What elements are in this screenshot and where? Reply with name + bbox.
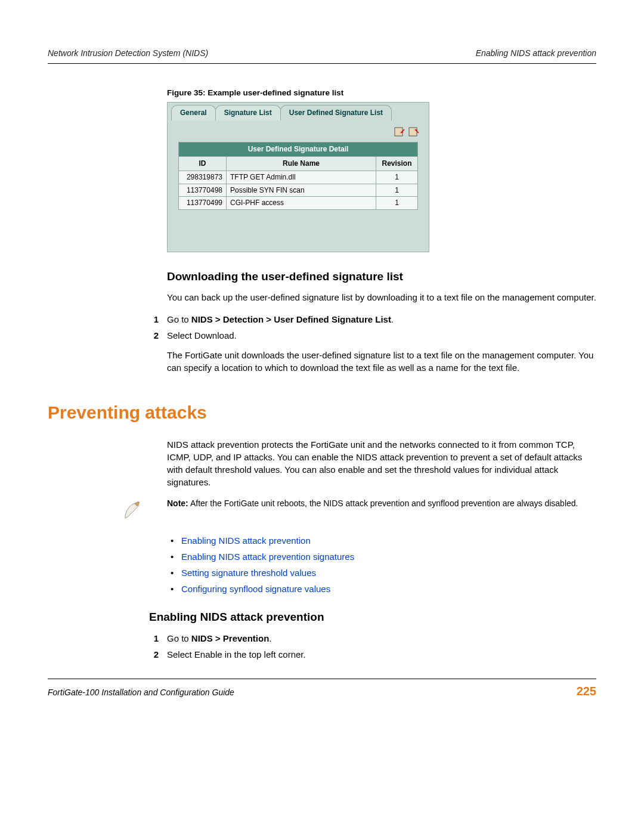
col-revision: Revision <box>376 157 418 171</box>
step-text: Go to NIDS > Detection > User Defined Si… <box>167 313 596 326</box>
tab-bar: General Signature List User Defined Sign… <box>168 103 429 120</box>
heading-downloading: Downloading the user-defined signature l… <box>167 269 596 285</box>
paragraph: NIDS attack prevention protects the Fort… <box>167 438 596 488</box>
tab-general[interactable]: General <box>171 105 216 120</box>
link-list: •Enabling NIDS attack prevention •Enabli… <box>167 534 596 595</box>
header-right: Enabling NIDS attack prevention <box>476 48 596 60</box>
link-signature-threshold[interactable]: Setting signature threshold values <box>181 566 316 579</box>
link-synflood-values[interactable]: Configuring synflood signature values <box>181 583 330 595</box>
link-enable-nids-prevention[interactable]: Enabling NIDS attack prevention <box>181 534 311 547</box>
figure-caption: Figure 35: Example user-defined signatur… <box>167 88 596 99</box>
paragraph: The FortiGate unit downloads the user-de… <box>167 349 596 374</box>
step-number: 2 <box>48 648 167 661</box>
svg-rect-2 <box>409 128 417 136</box>
step-text: Select Download. <box>167 329 596 342</box>
tab-user-defined-signature-list[interactable]: User Defined Signature List <box>280 105 392 120</box>
header-left: Network Intrusion Detection System (NIDS… <box>48 48 208 60</box>
step-number: 1 <box>48 313 167 326</box>
table-row: 113770498 Possible SYN FIN scan 1 <box>179 184 418 197</box>
step-text: Select Enable in the top left corner. <box>167 648 596 661</box>
heading-preventing-attacks: Preventing attacks <box>48 400 596 425</box>
paragraph: You can back up the user-defined signatu… <box>167 291 596 304</box>
step-number: 2 <box>48 329 167 342</box>
note-icon <box>122 499 143 524</box>
link-enable-nids-signatures[interactable]: Enabling NIDS attack prevention signatur… <box>181 550 354 563</box>
footer-title: FortiGate-100 Installation and Configura… <box>48 687 234 699</box>
table-row: 298319873 TFTP GET Admin.dll 1 <box>179 171 418 184</box>
note-text: Note: After the FortiGate unit reboots, … <box>167 498 596 524</box>
tab-signature-list[interactable]: Signature List <box>215 105 281 120</box>
col-rule-name: Rule Name <box>227 157 376 171</box>
table-caption: User Defined Signature Detail <box>179 143 418 157</box>
screenshot-user-defined-signature-list: General Signature List User Defined Sign… <box>167 102 429 252</box>
download-icon[interactable] <box>408 126 419 137</box>
step-number: 1 <box>48 632 167 645</box>
col-id: ID <box>179 157 227 171</box>
step-text: Go to NIDS > Prevention. <box>167 632 596 645</box>
page-number: 225 <box>577 683 596 699</box>
running-header: Network Intrusion Detection System (NIDS… <box>48 48 596 64</box>
upload-icon[interactable] <box>394 126 405 137</box>
heading-enabling-nids: Enabling NIDS attack prevention <box>149 609 596 625</box>
footer: FortiGate-100 Installation and Configura… <box>48 679 596 699</box>
signature-table: User Defined Signature Detail ID Rule Na… <box>178 142 418 210</box>
table-row: 113770499 CGI-PHF access 1 <box>179 197 418 210</box>
note-block: Note: After the FortiGate unit reboots, … <box>48 498 596 524</box>
